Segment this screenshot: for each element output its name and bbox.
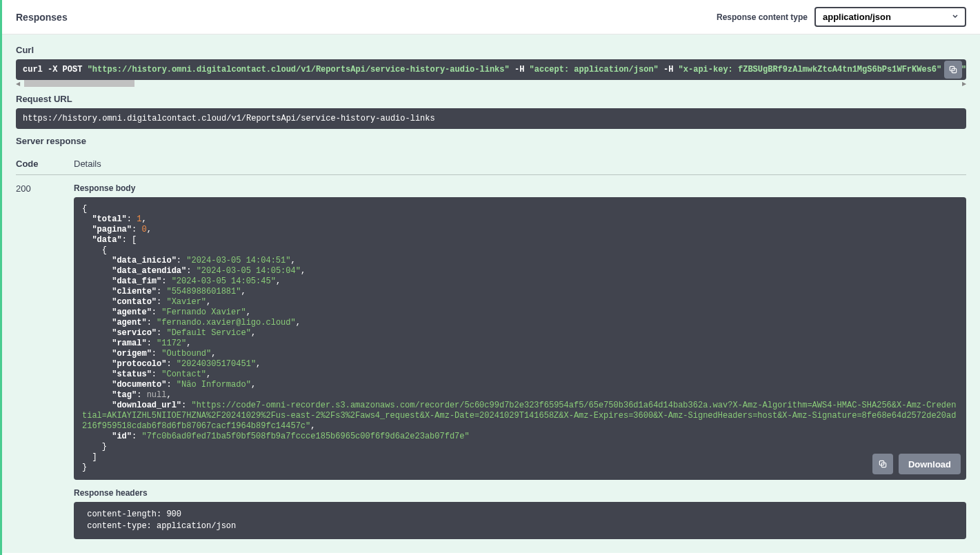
json-value: 1172 (161, 339, 181, 348)
response-body: { "total": 1, "pagina": 0, "data": [ { "… (74, 197, 966, 480)
curl-flag: -H (663, 65, 673, 74)
header-line: content-length: 900 (82, 509, 186, 519)
json-value: 7fc0b6ad0fed71ba5f0bf508fb9a7fccce185b69… (147, 432, 465, 441)
copy-curl-button[interactable] (944, 61, 962, 79)
response-table-header: Code Details (16, 159, 966, 175)
json-value: 2024-03-05 14:05:04 (201, 266, 296, 276)
scroll-left-icon: ◀ (14, 80, 21, 87)
json-value: null (147, 390, 167, 400)
response-headers-label: Response headers (74, 488, 966, 498)
clipboard-icon (948, 65, 958, 74)
curl-url: "https://history.omni.digitalcontact.clo… (88, 65, 510, 74)
download-button[interactable]: Download (899, 454, 961, 474)
responses-title: Responses (16, 12, 68, 23)
json-value: https://code7-omni-recorder.s3.amazonaws… (82, 401, 956, 431)
responses-footer-label: Responses (2, 553, 980, 555)
content-type-wrap: Response content type application/json (717, 7, 966, 27)
curl-flag: -H (514, 65, 524, 74)
curl-wrap: curl -X POST "https://history.omni.digit… (16, 59, 966, 87)
json-value: Outbound (166, 349, 206, 359)
json-value: 20240305170451 (181, 359, 251, 369)
curl-header: "x-api-key: fZBSUgBRf9zAlmwkZtcA4tn1MgS6… (679, 65, 942, 74)
response-body-actions: Download (872, 454, 961, 474)
code-column-header: Code (16, 159, 74, 169)
content-type-label: Response content type (717, 12, 808, 22)
json-value: 0 (141, 225, 146, 234)
response-row: 200 Response body { "total": 1, "pagina"… (16, 175, 966, 539)
scroll-right-icon: ▶ (961, 80, 968, 87)
curl-header: "accept: application/json" (530, 65, 659, 74)
response-details: Response body { "total": 1, "pagina": 0,… (74, 183, 966, 539)
json-value: Xavier (172, 297, 201, 307)
server-response-label: Server response (16, 136, 966, 146)
request-url-label: Request URL (16, 94, 966, 104)
curl-command: curl -X POST "https://history.omni.digit… (16, 59, 966, 80)
json-value: Default Service (172, 328, 246, 338)
response-body-label: Response body (74, 183, 966, 193)
curl-label: Curl (16, 45, 966, 55)
responses-panel: Curl curl -X POST "https://history.omni.… (2, 34, 980, 553)
status-code: 200 (16, 183, 74, 539)
json-value: Fernando Xavier (166, 307, 241, 317)
responses-header: Responses Response content type applicat… (2, 0, 980, 34)
curl-prefix: curl -X POST (23, 65, 82, 74)
scrollbar-thumb[interactable] (24, 80, 134, 87)
response-headers: content-length: 900 content-type: applic… (74, 502, 966, 539)
request-url-value: https://history.omni.digitalcontact.clou… (16, 108, 966, 129)
header-line: content-type: application/json (82, 521, 241, 531)
json-value: 2024-03-05 14:04:51 (191, 256, 286, 265)
json-value: fernando.xavier@ligo.cloud (161, 318, 290, 327)
json-value: 5548988601881 (172, 287, 237, 296)
curl-scrollbar[interactable]: ◀ ▶ (16, 80, 966, 87)
json-value: Contact (166, 370, 201, 379)
curl-header: "Authorization: (961, 65, 966, 74)
details-column-header: Details (74, 159, 101, 169)
copy-response-button[interactable] (872, 454, 893, 474)
clipboard-icon (878, 459, 888, 469)
json-value: 2024-03-05 14:05:45 (177, 276, 271, 286)
json-value: Não Informado (181, 380, 246, 390)
content-type-select[interactable]: application/json (814, 7, 966, 27)
